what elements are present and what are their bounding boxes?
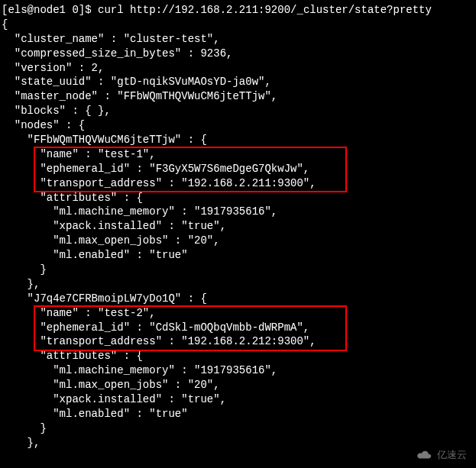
json-line: "transport_address" : "192.168.2.211:930… (2, 177, 316, 189)
json-line: "ml.machine_memory" : "1917935616", (2, 364, 277, 376)
json-line: } (2, 422, 47, 434)
watermark-text: 亿速云 (437, 448, 467, 462)
json-line: "name" : "test-2", (2, 307, 156, 319)
json-line: "xpack.installed" : "true", (2, 393, 226, 405)
json-line: }, (2, 278, 40, 290)
json-line: "ml.max_open_jobs" : "20", (2, 379, 220, 391)
shell-prompt: [els@node1 0]$ (2, 4, 98, 16)
json-line: "attributes" : { (2, 350, 143, 362)
json-line: "name" : "test-1", (2, 148, 156, 160)
json-line: "transport_address" : "192.168.2.212:930… (2, 335, 316, 347)
json-line: "ml.max_open_jobs" : "20", (2, 234, 220, 247)
json-line: "version" : 2, (2, 62, 104, 74)
json-line: "J7q4e7CFRBmoipLW7yDo1Q" : { (2, 292, 207, 305)
json-line: "attributes" : { (2, 192, 143, 204)
json-line: "compressed_size_in_bytes" : 9236, (2, 47, 232, 60)
json-line: "blocks" : { }, (2, 105, 111, 117)
cloud-icon (416, 450, 432, 460)
shell-command: curl http://192.168.2.211:9200/_cluster/… (98, 4, 432, 16)
json-line: "ephemeral_id" : "F3GyX5W7S6meDgeG7QkwJw… (2, 163, 309, 175)
json-line: }, (2, 437, 40, 449)
json-line: "ephemeral_id" : "CdSkl-mOQbqVmbb-dWRPmA… (2, 321, 309, 334)
json-line: "ml.enabled" : "true" (2, 249, 188, 261)
json-line: "master_node" : "FFbWQmTHQVWuCM6jteTTjw"… (2, 90, 277, 102)
json-line: "nodes" : { (2, 119, 85, 131)
terminal-output[interactable]: [els@node1 0]$ curl http://192.168.2.211… (2, 3, 474, 450)
json-line: "state_uuid" : "gtD-nqikSVuMAOsYD-ja0w", (2, 76, 271, 88)
json-line: "ml.enabled" : "true" (2, 408, 188, 420)
json-line: } (2, 263, 47, 276)
json-line: "ml.machine_memory" : "1917935616", (2, 205, 277, 218)
json-line: { (2, 18, 8, 31)
json-line: "FFbWQmTHQVWuCM6jteTTjw" : { (2, 134, 207, 146)
json-line: "xpack.installed" : "true", (2, 220, 226, 232)
json-line: "cluster_name" : "cluster-test", (2, 33, 220, 45)
watermark: 亿速云 (416, 448, 467, 462)
